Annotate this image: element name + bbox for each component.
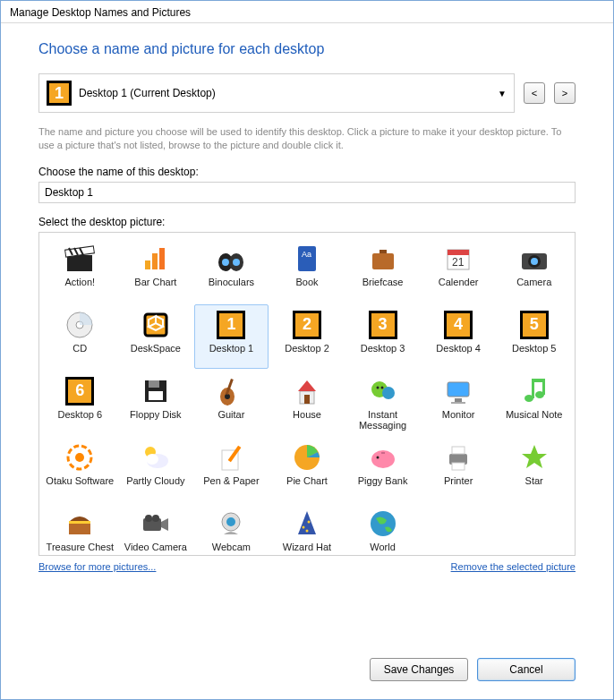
house-icon: [291, 375, 323, 407]
picture-item[interactable]: CD: [43, 304, 117, 369]
browse-link[interactable]: Browse for more pictures...: [38, 561, 156, 572]
picture-item-label: Desktop 1: [209, 343, 254, 366]
picture-item-label: Wizard Hat: [283, 542, 331, 565]
picture-item[interactable]: 5Desktop 5: [497, 304, 571, 369]
pie-chart-icon: [291, 441, 323, 474]
picture-picker: Action!Bar ChartBinocularsBookBriefcaseC…: [38, 232, 576, 556]
picture-item[interactable]: Action!: [43, 238, 117, 303]
desktop-5-icon: 5: [518, 309, 550, 341]
window-title: Manage Desktop Names and Pictures: [10, 6, 191, 19]
cancel-button[interactable]: Cancel: [477, 658, 576, 681]
picture-item-label: Desktop 2: [285, 343, 329, 366]
picture-item-label: Webcam: [212, 542, 251, 565]
picture-item[interactable]: Binoculars: [194, 238, 269, 303]
picture-item-label: Book: [295, 277, 318, 300]
next-desktop-button[interactable]: >: [554, 82, 576, 104]
picture-item-label: Instant Messaging: [348, 409, 417, 432]
picture-item[interactable]: Star: [497, 437, 571, 501]
remove-link[interactable]: Remove the selected picture: [451, 561, 576, 572]
picture-item[interactable]: Pen & Paper: [194, 437, 269, 501]
picture-item[interactable]: 4Desktop 4: [422, 304, 496, 369]
camera-icon: [518, 243, 550, 275]
desktop-1-icon: 1: [215, 309, 247, 341]
picture-item[interactable]: Briefcase: [345, 238, 420, 303]
picture-item-label: Monitor: [442, 409, 475, 432]
save-button[interactable]: Save Changes: [370, 658, 468, 681]
picture-item-label: Partly Cloudy: [126, 475, 184, 499]
picture-item[interactable]: Floppy Disk: [119, 371, 193, 435]
picture-item[interactable]: 2Desktop 2: [270, 304, 345, 369]
picture-item-label: Briefcase: [362, 277, 404, 300]
desktop-badge-icon: 1: [47, 81, 72, 106]
chevron-down-icon: ▼: [498, 89, 507, 98]
picture-item-label: Action!: [64, 277, 95, 300]
content-area: Choose a name and picture for each deskt…: [1, 23, 613, 642]
monitor-icon: [442, 375, 474, 407]
bar-chart-icon: [140, 243, 172, 275]
picture-item[interactable]: 3Desktop 3: [345, 304, 420, 369]
picture-item-label: Piggy Bank: [358, 475, 408, 499]
picture-item[interactable]: Otaku Software: [43, 437, 117, 501]
titlebar: Manage Desktop Names and Pictures: [1, 1, 613, 23]
action-icon: [64, 243, 96, 275]
desktop-2-icon: 2: [291, 309, 323, 341]
guitar-icon: [215, 375, 247, 407]
desktop-combo-label: Desktop 1 (Current Desktop): [79, 87, 216, 99]
button-row: Save Changes Cancel: [1, 642, 613, 699]
desktop-6-icon: 6: [64, 375, 96, 407]
picture-item[interactable]: 1Desktop 1: [194, 304, 269, 369]
picture-item-label: Camera: [516, 277, 551, 300]
world-icon: [367, 508, 399, 540]
desktop-3-icon: 3: [367, 309, 399, 341]
picture-item[interactable]: Musical Note: [497, 371, 571, 435]
deskspace-icon: [140, 309, 172, 341]
picture-item[interactable]: Calender: [422, 238, 496, 303]
picture-item-label: CD: [72, 343, 87, 366]
picture-item[interactable]: Guitar: [194, 371, 269, 435]
webcam-icon: [215, 508, 247, 540]
picture-item[interactable]: Video Camera: [119, 503, 193, 568]
picture-item[interactable]: Book: [270, 238, 345, 303]
video-camera-icon: [140, 508, 172, 540]
treasure-chest-icon: [64, 508, 96, 540]
picture-item[interactable]: Partly Cloudy: [119, 437, 193, 501]
picture-item[interactable]: Treasure Chest: [43, 503, 117, 568]
picture-item-label: House: [293, 409, 321, 432]
dialog-window: Manage Desktop Names and Pictures Choose…: [0, 0, 614, 700]
desktop-4-icon: 4: [442, 309, 474, 341]
otaku-software-icon: [64, 441, 96, 474]
picture-item[interactable]: DeskSpace: [119, 304, 193, 369]
picture-item[interactable]: Printer: [422, 437, 496, 501]
picture-grid: Action!Bar ChartBinocularsBookBriefcaseC…: [43, 238, 571, 568]
picture-item-label: Desktop 6: [58, 409, 103, 432]
name-field-label: Choose the name of this desktop:: [38, 166, 576, 178]
picture-item[interactable]: Piggy Bank: [345, 437, 420, 501]
picture-item-label: Desktop 3: [361, 343, 405, 366]
floppy-disk-icon: [140, 375, 172, 407]
picture-item[interactable]: House: [270, 371, 345, 435]
star-icon: [518, 441, 550, 474]
picture-item-label: Desktop 4: [436, 343, 481, 366]
picture-item[interactable]: Wizard Hat: [270, 503, 345, 568]
pen-paper-icon: [215, 441, 247, 474]
picture-item-label: Bar Chart: [134, 277, 176, 300]
picture-item[interactable]: World: [345, 503, 420, 568]
picture-item[interactable]: Webcam: [194, 503, 269, 568]
musical-note-icon: [518, 375, 550, 407]
picture-item-label: Desktop 5: [512, 343, 557, 366]
picture-item[interactable]: Camera: [497, 238, 571, 303]
cd-icon: [64, 309, 96, 341]
printer-icon: [442, 441, 474, 474]
picture-item-label: Binoculars: [209, 277, 254, 300]
wizard-hat-icon: [291, 508, 323, 540]
prev-desktop-button[interactable]: <: [524, 82, 545, 104]
picture-item[interactable]: 6Desktop 6: [43, 371, 117, 435]
picture-item[interactable]: Bar Chart: [119, 238, 193, 303]
picture-item[interactable]: Pie Chart: [270, 437, 345, 501]
picture-item-label: Otaku Software: [46, 475, 114, 499]
desktop-combo[interactable]: 1 Desktop 1 (Current Desktop) ▼: [38, 73, 515, 113]
desktop-name-input[interactable]: [38, 182, 576, 203]
picture-item[interactable]: Instant Messaging: [345, 371, 420, 435]
picture-item-label: Floppy Disk: [130, 409, 181, 432]
picture-item[interactable]: Monitor: [422, 371, 496, 435]
